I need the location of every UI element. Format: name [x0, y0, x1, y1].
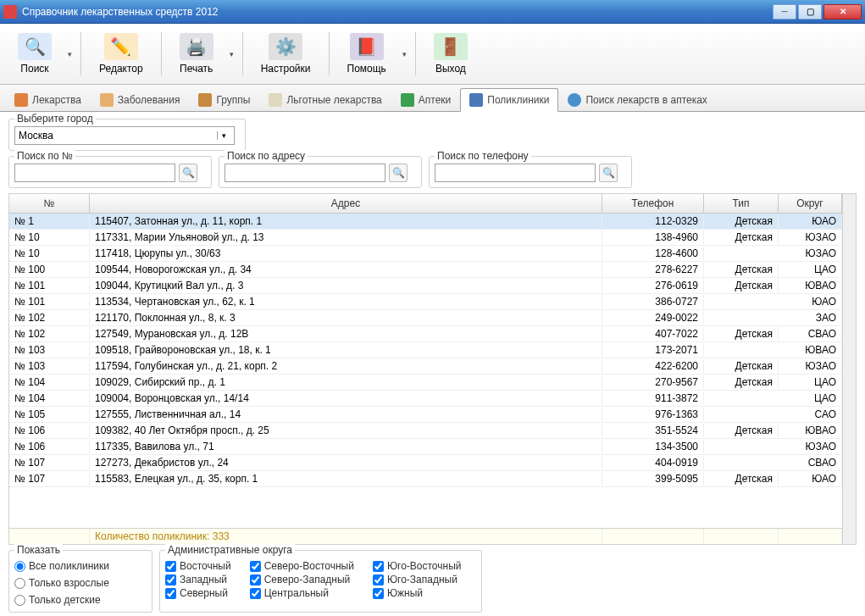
minimize-button[interactable]: ─	[773, 4, 796, 19]
radio-adult-input[interactable]	[14, 578, 25, 589]
cell-no: № 106	[9, 424, 90, 437]
table-row[interactable]: № 101113534, Чертановская ул., 62, к. 13…	[9, 294, 842, 310]
chk-ne[interactable]: Северо-Восточный	[250, 559, 354, 573]
search-by-tel-button[interactable]: 🔍	[599, 164, 618, 182]
chk-nw[interactable]: Северо-Западный	[250, 573, 354, 586]
cell-type: Детская	[704, 375, 779, 389]
toolbar-print-button[interactable]: 🖨️ Печать	[169, 29, 225, 79]
cross-icon	[401, 93, 414, 107]
col-header-no[interactable]: №	[9, 194, 90, 213]
search-by-addr-button[interactable]: 🔍	[389, 164, 408, 182]
cell-type	[704, 317, 779, 319]
radio-adult[interactable]: Только взрослые	[14, 576, 109, 590]
toolbar-editor-button[interactable]: ✏️ Редактор	[88, 29, 154, 79]
tab-pharmacies[interactable]: Аптеки	[391, 88, 461, 111]
chk-south-input[interactable]	[373, 588, 384, 599]
chk-nw-input[interactable]	[250, 574, 261, 585]
chk-west-input[interactable]	[165, 574, 176, 585]
table-row[interactable]: № 102121170, Поклонная ул., 8, к. 3249-0…	[9, 310, 842, 326]
table-body[interactable]: № 1115407, Затонная ул., д. 11, корп. 11…	[9, 214, 842, 528]
chk-center-input[interactable]	[250, 588, 261, 599]
chk-se[interactable]: Юго-Восточный	[373, 559, 462, 573]
radio-kids[interactable]: Только детские	[14, 593, 101, 607]
radio-all[interactable]: Все поликлиники	[14, 559, 109, 573]
col-header-type[interactable]: Тип	[704, 194, 779, 213]
table-row[interactable]: № 104109004, Воронцовская ул., 14/14911-…	[9, 391, 842, 407]
vertical-scrollbar[interactable]	[842, 194, 856, 544]
chk-center[interactable]: Центральный	[250, 586, 354, 600]
cell-no: № 101	[9, 295, 90, 308]
col-header-addr[interactable]: Адрес	[90, 194, 602, 213]
globe-icon	[568, 93, 581, 107]
search-by-no-button[interactable]: 🔍	[179, 164, 197, 182]
cell-type: Детская	[704, 263, 779, 276]
city-label: Выберите город	[14, 113, 96, 125]
search-by-addr-input[interactable]	[225, 164, 385, 182]
chk-east[interactable]: Восточный	[165, 559, 231, 573]
tab-clinics[interactable]: Поликлиники	[460, 88, 558, 112]
table-row[interactable]: № 107127273, Декабристов ул., 24404-0919…	[9, 455, 842, 471]
tab-benefit-meds[interactable]: Льготные лекарства	[259, 88, 391, 111]
toolbar-settings-button[interactable]: ⚙️ Настройки	[250, 29, 322, 79]
cell-addr: 115407, Затонная ул., д. 11, корп. 1	[90, 214, 602, 228]
tab-benefit-label: Льготные лекарства	[286, 94, 381, 106]
chk-north-input[interactable]	[165, 588, 176, 599]
toolbar-print-dropdown[interactable]: ▾	[228, 29, 236, 79]
toolbar-exit-button[interactable]: 🚪 Выход	[423, 29, 479, 79]
table-row[interactable]: № 104109029, Сибирский пр., д. 1270-9567…	[9, 375, 842, 391]
chk-north[interactable]: Северный	[165, 586, 231, 600]
maximize-button[interactable]: ▢	[798, 4, 822, 19]
tab-clinics-label: Поликлиники	[487, 94, 549, 106]
radio-kids-input[interactable]	[14, 595, 25, 606]
table-row[interactable]: № 1115407, Затонная ул., д. 11, корп. 11…	[9, 214, 842, 230]
cell-tel: 911-3872	[602, 391, 704, 405]
search-by-no-input[interactable]	[14, 164, 175, 182]
search-by-no-group: Поиск по № 🔍	[8, 156, 212, 188]
table-row[interactable]: № 103117594, Голубинская ул., д. 21, кор…	[9, 358, 842, 375]
toolbar-help-button[interactable]: 📕 Помощь	[336, 29, 397, 79]
chk-east-input[interactable]	[165, 561, 176, 572]
cell-tel: 386-0727	[602, 295, 704, 308]
cell-no: № 103	[9, 359, 90, 373]
cell-type	[704, 349, 779, 351]
table-row[interactable]: № 107115583, Елецкая ул., д. 35, корп. 1…	[9, 471, 842, 487]
search-by-tel-input[interactable]	[435, 164, 596, 182]
toolbar-help-dropdown[interactable]: ▾	[401, 29, 408, 79]
chk-ne-input[interactable]	[250, 561, 261, 572]
tab-diseases-label: Заболевания	[118, 94, 180, 106]
table-row[interactable]: № 101109044, Крутицкий Вал ул., д. 3276-…	[9, 278, 842, 294]
table-row[interactable]: № 100109544, Новорогожская ул., д. 34278…	[9, 262, 842, 278]
radio-all-input[interactable]	[14, 561, 25, 572]
tab-medicines[interactable]: Лекарства	[5, 88, 91, 111]
cell-addr: 117335, Вавилова ул., 71	[90, 440, 602, 453]
toolbar-search-button[interactable]: 🔍 Поиск	[7, 29, 63, 79]
chk-west[interactable]: Западный	[165, 573, 231, 586]
chk-sw-input[interactable]	[373, 574, 384, 585]
chevron-down-icon[interactable]: ▾	[217, 131, 230, 140]
table-row[interactable]: № 10117331, Марии Ульяновой ул., д. 1313…	[9, 230, 842, 246]
face-icon	[100, 93, 114, 107]
tab-search-pharm[interactable]: Поиск лекарств в аптеках	[558, 88, 716, 111]
table-row[interactable]: № 106117335, Вавилова ул., 71134-3500ЮЗА…	[9, 439, 842, 455]
chk-se-input[interactable]	[373, 561, 384, 572]
cell-addr: 109004, Воронцовская ул., 14/14	[90, 391, 602, 405]
chk-south[interactable]: Южный	[373, 586, 462, 600]
tab-groups[interactable]: Группы	[189, 88, 259, 111]
city-combo[interactable]: Москва ▾	[14, 126, 235, 145]
tab-diseases[interactable]: Заболевания	[91, 88, 190, 111]
cell-okr: ЮАО	[779, 214, 842, 228]
table-row[interactable]: № 10117418, Цюрупы ул., 30/63128-4600ЮЗА…	[9, 246, 842, 262]
table-row[interactable]: № 102127549, Мурановская ул., д. 12В407-…	[9, 326, 842, 342]
col-header-tel[interactable]: Телефон	[602, 194, 704, 213]
chk-sw[interactable]: Юго-Западный	[373, 573, 462, 586]
table-row[interactable]: № 105127555, Лиственничная ал., 14976-13…	[9, 407, 842, 423]
col-header-okr[interactable]: Округ	[779, 194, 842, 213]
toolbar-search-dropdown[interactable]: ▾	[66, 29, 74, 79]
tab-groups-label: Группы	[216, 94, 250, 106]
cell-okr: СВАО	[779, 456, 842, 469]
table-row[interactable]: № 106109382, 40 Лет Октября просп., д. 2…	[9, 423, 842, 439]
close-button[interactable]: ✕	[823, 4, 862, 19]
cell-type: Детская	[704, 279, 779, 292]
toolbar-separator	[415, 32, 416, 75]
table-row[interactable]: № 103109518, Грайвороновская ул., 18, к.…	[9, 342, 842, 358]
